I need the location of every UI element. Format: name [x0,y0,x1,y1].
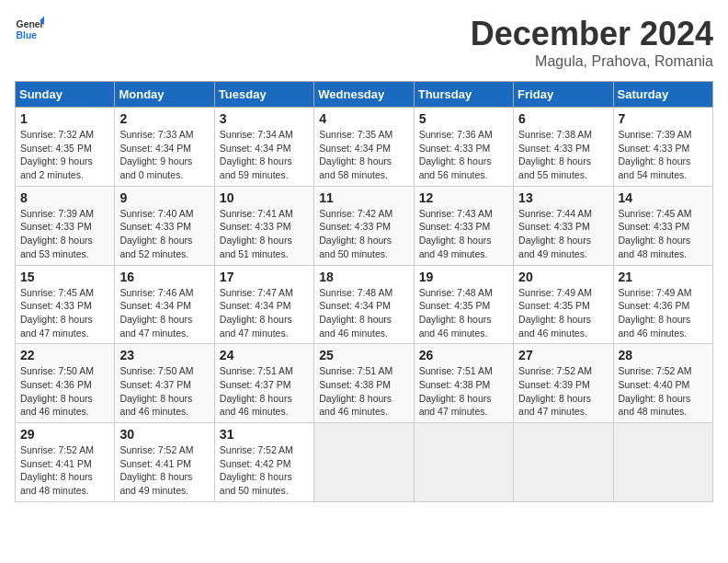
table-row: 31 Sunrise: 7:52 AMSunset: 4:42 PMDaylig… [214,423,313,502]
day-info: Sunrise: 7:51 AMSunset: 4:37 PMDaylight:… [220,364,309,419]
day-info: Sunrise: 7:52 AMSunset: 4:40 PMDaylight:… [619,364,708,419]
day-number: 4 [319,111,408,126]
day-number: 25 [319,348,408,362]
table-row: 21 Sunrise: 7:49 AMSunset: 4:36 PMDaylig… [613,265,712,344]
day-number: 15 [20,270,109,284]
day-number: 31 [220,427,309,442]
col-sunday: Sunday [16,82,115,108]
table-row: 3 Sunrise: 7:34 AMSunset: 4:34 PMDayligh… [214,108,313,187]
col-friday: Friday [514,82,613,108]
table-row: 30 Sunrise: 7:52 AMSunset: 4:41 PMDaylig… [115,423,214,502]
day-info: Sunrise: 7:51 AMSunset: 4:38 PMDaylight:… [419,364,508,419]
table-row: 11 Sunrise: 7:42 AMSunset: 4:33 PMDaylig… [314,186,414,265]
svg-text:Blue: Blue [17,30,38,40]
table-row: 28 Sunrise: 7:52 AMSunset: 4:40 PMDaylig… [613,344,712,423]
day-number: 30 [119,427,209,442]
day-info: Sunrise: 7:39 AMSunset: 4:33 PMDaylight:… [619,128,708,182]
day-info: Sunrise: 7:32 AMSunset: 4:35 PMDaylight:… [20,128,109,182]
day-number: 5 [419,111,508,126]
logo-icon: General Blue [15,15,44,44]
table-row [414,423,513,502]
table-row: 1 Sunrise: 7:32 AMSunset: 4:35 PMDayligh… [16,108,115,187]
day-info: Sunrise: 7:51 AMSunset: 4:38 PMDaylight:… [319,364,408,419]
table-row: 16 Sunrise: 7:46 AMSunset: 4:34 PMDaylig… [115,265,214,344]
day-info: Sunrise: 7:33 AMSunset: 4:34 PMDaylight:… [119,128,209,182]
calendar-row: 15 Sunrise: 7:45 AMSunset: 4:33 PMDaylig… [16,265,713,344]
day-number: 19 [419,270,508,284]
table-row: 14 Sunrise: 7:45 AMSunset: 4:33 PMDaylig… [613,186,712,265]
day-info: Sunrise: 7:38 AMSunset: 4:33 PMDaylight:… [518,128,608,182]
day-number: 9 [119,190,209,205]
table-row: 25 Sunrise: 7:51 AMSunset: 4:38 PMDaylig… [314,344,414,423]
table-row: 7 Sunrise: 7:39 AMSunset: 4:33 PMDayligh… [613,108,712,187]
day-info: Sunrise: 7:43 AMSunset: 4:33 PMDaylight:… [419,207,508,261]
month-title: December 2024 [471,15,713,53]
col-wednesday: Wednesday [314,82,414,108]
day-number: 13 [518,190,608,205]
day-number: 22 [20,348,109,362]
calendar-row: 29 Sunrise: 7:52 AMSunset: 4:41 PMDaylig… [16,423,713,502]
table-row: 26 Sunrise: 7:51 AMSunset: 4:38 PMDaylig… [414,344,513,423]
day-info: Sunrise: 7:42 AMSunset: 4:33 PMDaylight:… [319,207,408,261]
logo: General Blue [15,15,44,44]
day-info: Sunrise: 7:49 AMSunset: 4:36 PMDaylight:… [619,286,708,340]
table-row: 20 Sunrise: 7:49 AMSunset: 4:35 PMDaylig… [514,265,613,344]
day-info: Sunrise: 7:48 AMSunset: 4:35 PMDaylight:… [419,286,508,340]
day-info: Sunrise: 7:46 AMSunset: 4:34 PMDaylight:… [119,286,209,340]
table-row: 4 Sunrise: 7:35 AMSunset: 4:34 PMDayligh… [314,108,414,187]
day-number: 17 [220,270,309,284]
col-tuesday: Tuesday [214,82,313,108]
day-number: 16 [119,270,209,284]
table-row: 10 Sunrise: 7:41 AMSunset: 4:33 PMDaylig… [214,186,313,265]
day-number: 2 [119,111,209,126]
table-row: 27 Sunrise: 7:52 AMSunset: 4:39 PMDaylig… [514,344,613,423]
day-number: 29 [20,427,109,442]
table-row: 23 Sunrise: 7:50 AMSunset: 4:37 PMDaylig… [115,344,214,423]
day-number: 6 [518,111,608,126]
day-number: 8 [20,190,109,205]
day-info: Sunrise: 7:52 AMSunset: 4:41 PMDaylight:… [119,443,209,498]
table-row [314,423,414,502]
day-info: Sunrise: 7:34 AMSunset: 4:34 PMDaylight:… [220,128,309,182]
day-info: Sunrise: 7:52 AMSunset: 4:39 PMDaylight:… [518,364,608,419]
table-row: 5 Sunrise: 7:36 AMSunset: 4:33 PMDayligh… [414,108,513,187]
day-info: Sunrise: 7:44 AMSunset: 4:33 PMDaylight:… [518,207,608,261]
day-info: Sunrise: 7:45 AMSunset: 4:33 PMDaylight:… [619,207,708,261]
day-info: Sunrise: 7:47 AMSunset: 4:34 PMDaylight:… [220,286,309,340]
table-row: 2 Sunrise: 7:33 AMSunset: 4:34 PMDayligh… [115,108,214,187]
day-number: 21 [619,270,708,284]
day-info: Sunrise: 7:52 AMSunset: 4:42 PMDaylight:… [220,443,309,498]
day-info: Sunrise: 7:49 AMSunset: 4:35 PMDaylight:… [518,286,608,340]
day-number: 10 [220,190,309,205]
col-thursday: Thursday [414,82,513,108]
day-number: 12 [419,190,508,205]
day-number: 28 [619,348,708,362]
day-number: 3 [220,111,309,126]
day-info: Sunrise: 7:39 AMSunset: 4:33 PMDaylight:… [20,207,109,261]
day-number: 18 [319,270,408,284]
table-row: 22 Sunrise: 7:50 AMSunset: 4:36 PMDaylig… [16,344,115,423]
day-info: Sunrise: 7:40 AMSunset: 4:33 PMDaylight:… [119,207,209,261]
day-number: 14 [619,190,708,205]
table-row: 18 Sunrise: 7:48 AMSunset: 4:34 PMDaylig… [314,265,414,344]
table-row: 15 Sunrise: 7:45 AMSunset: 4:33 PMDaylig… [16,265,115,344]
day-info: Sunrise: 7:35 AMSunset: 4:34 PMDaylight:… [319,128,408,182]
day-number: 20 [518,270,608,284]
day-number: 27 [518,348,608,362]
table-row: 9 Sunrise: 7:40 AMSunset: 4:33 PMDayligh… [115,186,214,265]
day-info: Sunrise: 7:50 AMSunset: 4:37 PMDaylight:… [119,364,209,419]
day-info: Sunrise: 7:48 AMSunset: 4:34 PMDaylight:… [319,286,408,340]
day-info: Sunrise: 7:50 AMSunset: 4:36 PMDaylight:… [20,364,109,419]
table-row: 17 Sunrise: 7:47 AMSunset: 4:34 PMDaylig… [214,265,313,344]
table-row [514,423,613,502]
table-row: 19 Sunrise: 7:48 AMSunset: 4:35 PMDaylig… [414,265,513,344]
table-row: 29 Sunrise: 7:52 AMSunset: 4:41 PMDaylig… [16,423,115,502]
table-row: 24 Sunrise: 7:51 AMSunset: 4:37 PMDaylig… [214,344,313,423]
day-number: 23 [119,348,209,362]
day-info: Sunrise: 7:52 AMSunset: 4:41 PMDaylight:… [20,443,109,498]
day-number: 24 [220,348,309,362]
location-title: Magula, Prahova, Romania [471,53,713,70]
svg-text:General: General [17,19,44,29]
day-info: Sunrise: 7:41 AMSunset: 4:33 PMDaylight:… [220,207,309,261]
day-number: 7 [619,111,708,126]
